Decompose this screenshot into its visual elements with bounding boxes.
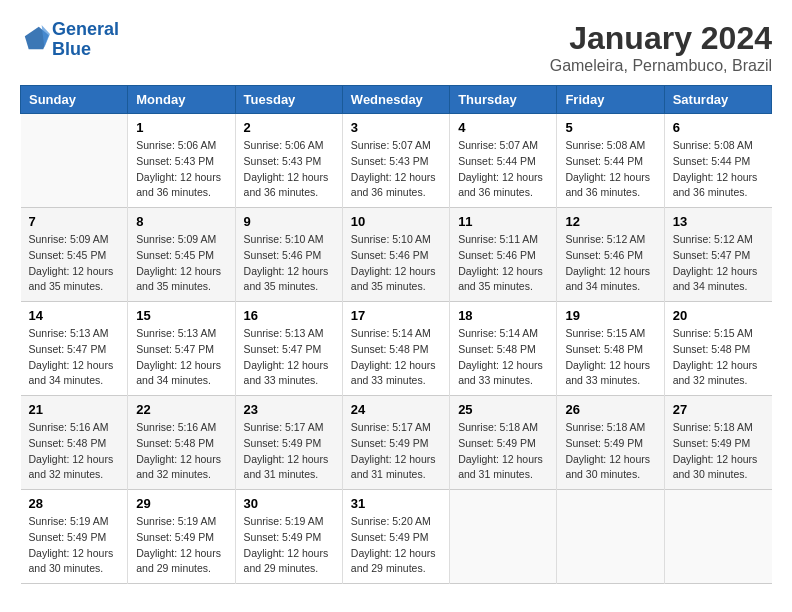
- logo-icon: [22, 24, 50, 52]
- col-header-tuesday: Tuesday: [235, 86, 342, 114]
- calendar-cell: 9Sunrise: 5:10 AMSunset: 5:46 PMDaylight…: [235, 208, 342, 302]
- calendar-table: SundayMondayTuesdayWednesdayThursdayFrid…: [20, 85, 772, 584]
- week-row-5: 28Sunrise: 5:19 AMSunset: 5:49 PMDayligh…: [21, 490, 772, 584]
- calendar-header-row: SundayMondayTuesdayWednesdayThursdayFrid…: [21, 86, 772, 114]
- day-number: 12: [565, 214, 655, 229]
- day-number: 24: [351, 402, 441, 417]
- day-info: Sunrise: 5:19 AMSunset: 5:49 PMDaylight:…: [136, 514, 226, 577]
- calendar-cell: [557, 490, 664, 584]
- day-number: 23: [244, 402, 334, 417]
- calendar-cell: 23Sunrise: 5:17 AMSunset: 5:49 PMDayligh…: [235, 396, 342, 490]
- week-row-3: 14Sunrise: 5:13 AMSunset: 5:47 PMDayligh…: [21, 302, 772, 396]
- day-info: Sunrise: 5:15 AMSunset: 5:48 PMDaylight:…: [673, 326, 764, 389]
- day-info: Sunrise: 5:19 AMSunset: 5:49 PMDaylight:…: [244, 514, 334, 577]
- day-number: 29: [136, 496, 226, 511]
- day-number: 13: [673, 214, 764, 229]
- calendar-cell: 15Sunrise: 5:13 AMSunset: 5:47 PMDayligh…: [128, 302, 235, 396]
- col-header-saturday: Saturday: [664, 86, 771, 114]
- calendar-cell: 30Sunrise: 5:19 AMSunset: 5:49 PMDayligh…: [235, 490, 342, 584]
- day-number: 22: [136, 402, 226, 417]
- day-info: Sunrise: 5:16 AMSunset: 5:48 PMDaylight:…: [29, 420, 120, 483]
- day-info: Sunrise: 5:07 AMSunset: 5:43 PMDaylight:…: [351, 138, 441, 201]
- day-info: Sunrise: 5:15 AMSunset: 5:48 PMDaylight:…: [565, 326, 655, 389]
- day-info: Sunrise: 5:14 AMSunset: 5:48 PMDaylight:…: [351, 326, 441, 389]
- day-info: Sunrise: 5:13 AMSunset: 5:47 PMDaylight:…: [136, 326, 226, 389]
- calendar-cell: 22Sunrise: 5:16 AMSunset: 5:48 PMDayligh…: [128, 396, 235, 490]
- day-number: 15: [136, 308, 226, 323]
- day-info: Sunrise: 5:20 AMSunset: 5:49 PMDaylight:…: [351, 514, 441, 577]
- calendar-cell: 20Sunrise: 5:15 AMSunset: 5:48 PMDayligh…: [664, 302, 771, 396]
- day-number: 27: [673, 402, 764, 417]
- day-info: Sunrise: 5:06 AMSunset: 5:43 PMDaylight:…: [136, 138, 226, 201]
- day-number: 7: [29, 214, 120, 229]
- logo-line2: Blue: [52, 39, 91, 59]
- day-info: Sunrise: 5:17 AMSunset: 5:49 PMDaylight:…: [351, 420, 441, 483]
- day-number: 28: [29, 496, 120, 511]
- day-info: Sunrise: 5:18 AMSunset: 5:49 PMDaylight:…: [458, 420, 548, 483]
- calendar-cell: 5Sunrise: 5:08 AMSunset: 5:44 PMDaylight…: [557, 114, 664, 208]
- calendar-cell: 7Sunrise: 5:09 AMSunset: 5:45 PMDaylight…: [21, 208, 128, 302]
- day-info: Sunrise: 5:17 AMSunset: 5:49 PMDaylight:…: [244, 420, 334, 483]
- page-subtitle: Gameleira, Pernambuco, Brazil: [550, 57, 772, 75]
- title-block: January 2024 Gameleira, Pernambuco, Braz…: [550, 20, 772, 75]
- day-info: Sunrise: 5:09 AMSunset: 5:45 PMDaylight:…: [136, 232, 226, 295]
- calendar-cell: 1Sunrise: 5:06 AMSunset: 5:43 PMDaylight…: [128, 114, 235, 208]
- calendar-cell: 10Sunrise: 5:10 AMSunset: 5:46 PMDayligh…: [342, 208, 449, 302]
- day-info: Sunrise: 5:08 AMSunset: 5:44 PMDaylight:…: [565, 138, 655, 201]
- day-number: 25: [458, 402, 548, 417]
- day-info: Sunrise: 5:08 AMSunset: 5:44 PMDaylight:…: [673, 138, 764, 201]
- calendar-cell: 19Sunrise: 5:15 AMSunset: 5:48 PMDayligh…: [557, 302, 664, 396]
- day-number: 1: [136, 120, 226, 135]
- col-header-wednesday: Wednesday: [342, 86, 449, 114]
- calendar-cell: 2Sunrise: 5:06 AMSunset: 5:43 PMDaylight…: [235, 114, 342, 208]
- calendar-cell: 3Sunrise: 5:07 AMSunset: 5:43 PMDaylight…: [342, 114, 449, 208]
- day-number: 3: [351, 120, 441, 135]
- calendar-cell: 8Sunrise: 5:09 AMSunset: 5:45 PMDaylight…: [128, 208, 235, 302]
- calendar-cell: 6Sunrise: 5:08 AMSunset: 5:44 PMDaylight…: [664, 114, 771, 208]
- page-title: January 2024: [550, 20, 772, 57]
- day-number: 26: [565, 402, 655, 417]
- day-info: Sunrise: 5:18 AMSunset: 5:49 PMDaylight:…: [673, 420, 764, 483]
- day-info: Sunrise: 5:10 AMSunset: 5:46 PMDaylight:…: [244, 232, 334, 295]
- day-number: 5: [565, 120, 655, 135]
- calendar-cell: 13Sunrise: 5:12 AMSunset: 5:47 PMDayligh…: [664, 208, 771, 302]
- day-number: 20: [673, 308, 764, 323]
- week-row-1: 1Sunrise: 5:06 AMSunset: 5:43 PMDaylight…: [21, 114, 772, 208]
- calendar-cell: 12Sunrise: 5:12 AMSunset: 5:46 PMDayligh…: [557, 208, 664, 302]
- calendar-cell: 14Sunrise: 5:13 AMSunset: 5:47 PMDayligh…: [21, 302, 128, 396]
- day-info: Sunrise: 5:12 AMSunset: 5:46 PMDaylight:…: [565, 232, 655, 295]
- day-number: 10: [351, 214, 441, 229]
- day-number: 2: [244, 120, 334, 135]
- col-header-monday: Monday: [128, 86, 235, 114]
- calendar-cell: 27Sunrise: 5:18 AMSunset: 5:49 PMDayligh…: [664, 396, 771, 490]
- calendar-cell: 25Sunrise: 5:18 AMSunset: 5:49 PMDayligh…: [450, 396, 557, 490]
- day-info: Sunrise: 5:06 AMSunset: 5:43 PMDaylight:…: [244, 138, 334, 201]
- logo-line1: General: [52, 19, 119, 39]
- day-info: Sunrise: 5:13 AMSunset: 5:47 PMDaylight:…: [29, 326, 120, 389]
- calendar-cell: 21Sunrise: 5:16 AMSunset: 5:48 PMDayligh…: [21, 396, 128, 490]
- col-header-sunday: Sunday: [21, 86, 128, 114]
- calendar-cell: 16Sunrise: 5:13 AMSunset: 5:47 PMDayligh…: [235, 302, 342, 396]
- calendar-cell: 31Sunrise: 5:20 AMSunset: 5:49 PMDayligh…: [342, 490, 449, 584]
- col-header-thursday: Thursday: [450, 86, 557, 114]
- logo-text: General Blue: [52, 20, 119, 60]
- day-info: Sunrise: 5:14 AMSunset: 5:48 PMDaylight:…: [458, 326, 548, 389]
- calendar-cell: 18Sunrise: 5:14 AMSunset: 5:48 PMDayligh…: [450, 302, 557, 396]
- calendar-cell: [21, 114, 128, 208]
- day-number: 11: [458, 214, 548, 229]
- day-number: 6: [673, 120, 764, 135]
- day-number: 9: [244, 214, 334, 229]
- day-info: Sunrise: 5:11 AMSunset: 5:46 PMDaylight:…: [458, 232, 548, 295]
- calendar-cell: 4Sunrise: 5:07 AMSunset: 5:44 PMDaylight…: [450, 114, 557, 208]
- logo: General Blue: [20, 20, 119, 60]
- calendar-cell: 17Sunrise: 5:14 AMSunset: 5:48 PMDayligh…: [342, 302, 449, 396]
- day-number: 19: [565, 308, 655, 323]
- col-header-friday: Friday: [557, 86, 664, 114]
- calendar-cell: [450, 490, 557, 584]
- day-number: 21: [29, 402, 120, 417]
- calendar-cell: 28Sunrise: 5:19 AMSunset: 5:49 PMDayligh…: [21, 490, 128, 584]
- day-number: 17: [351, 308, 441, 323]
- week-row-4: 21Sunrise: 5:16 AMSunset: 5:48 PMDayligh…: [21, 396, 772, 490]
- day-number: 4: [458, 120, 548, 135]
- day-number: 18: [458, 308, 548, 323]
